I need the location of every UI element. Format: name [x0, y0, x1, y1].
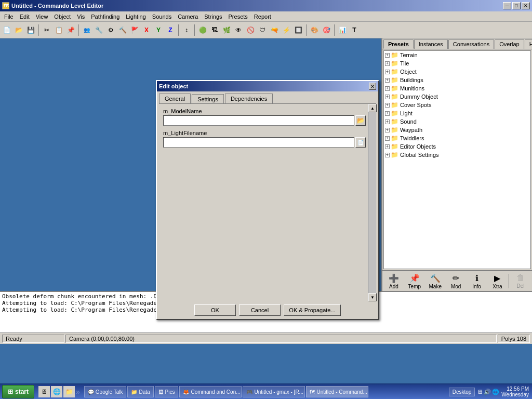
- menu-view[interactable]: View: [33, 12, 51, 21]
- taskbar-item-gmax[interactable]: 🎮 Untitled - gmax - [R...: [243, 386, 305, 397]
- tb-y[interactable]: Y: [153, 24, 164, 36]
- model-name-row: m_ModelName 📂: [163, 108, 366, 126]
- pics-label: Pics: [165, 389, 175, 395]
- menu-object[interactable]: Object: [51, 12, 74, 21]
- scroll-up-button[interactable]: ▲: [368, 104, 377, 112]
- tb-chart[interactable]: 📊: [337, 24, 348, 36]
- dialog-content: m_ModelName 📂 m_LightFilename: [159, 104, 376, 301]
- menu-edit[interactable]: Edit: [17, 12, 33, 21]
- tb-sep5: [306, 24, 307, 36]
- tb-shield[interactable]: 🛡: [257, 24, 268, 36]
- menu-sounds[interactable]: Sounds: [149, 12, 175, 21]
- folder-yellow-icon: 📂: [357, 117, 365, 124]
- tb-text[interactable]: T: [349, 24, 360, 36]
- light-filename-row: m_LightFilename 📄: [163, 130, 366, 148]
- clock-date: Wednesday: [501, 392, 529, 397]
- tb-tool2[interactable]: ⚙: [105, 24, 116, 36]
- clock-time: 12:56 PM: [501, 386, 529, 392]
- firefox-label: Command and Con...: [191, 389, 240, 395]
- dialog-tab-settings[interactable]: Settings: [192, 94, 224, 104]
- tb-tool1[interactable]: 🔧: [93, 24, 104, 36]
- light-filename-browse-button[interactable]: 📄: [355, 137, 366, 148]
- tb-lightning[interactable]: ⚡: [281, 24, 292, 36]
- tb-z[interactable]: Z: [165, 24, 176, 36]
- taskbar: ⊞ start 🖥 🌐 📁 » 💬 Google Talk 📁 Data 🖼 P…: [0, 383, 532, 399]
- tray-sound-icon: 🔊: [484, 389, 491, 395]
- dialog-tab-general[interactable]: General: [159, 94, 191, 103]
- maximize-button[interactable]: □: [512, 2, 521, 9]
- menu-strings[interactable]: Strings: [201, 12, 225, 21]
- tb-paste[interactable]: 📌: [65, 24, 76, 36]
- ql-icon-2[interactable]: 🌐: [51, 386, 62, 397]
- status-camera-text: Camera (0.00,0.00,80.00): [69, 336, 135, 342]
- light-filename-input[interactable]: [163, 137, 354, 148]
- cancel-button[interactable]: Cancel: [239, 304, 281, 316]
- dialog-footer: OK Cancel OK & Propagate...: [157, 301, 378, 319]
- tb-flag[interactable]: 🚩: [129, 24, 140, 36]
- dialog-close-button[interactable]: ✕: [369, 83, 376, 90]
- tb-sep6: [334, 24, 335, 36]
- taskbar-item-firefox[interactable]: 🦊 Command and Con...: [179, 386, 242, 397]
- dialog-overlay: Edit object ✕ General Settings Dependenc…: [0, 38, 532, 291]
- data-label: Data: [139, 389, 150, 395]
- firefox-icon: 🦊: [183, 389, 189, 395]
- googletalk-icon: 💬: [88, 389, 94, 395]
- menu-vis[interactable]: Vis: [74, 12, 88, 21]
- ql-expand[interactable]: »: [76, 388, 80, 396]
- tb-rect[interactable]: 🔲: [292, 24, 304, 36]
- clock-area: 12:56 PM Wednesday: [501, 386, 529, 397]
- ok-button[interactable]: OK: [194, 304, 236, 316]
- menu-camera[interactable]: Camera: [175, 12, 201, 21]
- ql-icon-1[interactable]: 🖥: [38, 386, 50, 397]
- tb-save[interactable]: 💾: [25, 24, 36, 36]
- light-filename-input-row: 📄: [163, 137, 366, 148]
- taskbar-items: 💬 Google Talk 📁 Data 🖼 Pics 🦊 Command an…: [84, 386, 444, 397]
- tb-build[interactable]: 🏗: [209, 24, 220, 36]
- taskbar-item-googletalk[interactable]: 💬 Google Talk: [84, 386, 127, 397]
- tb-copy[interactable]: 📋: [53, 24, 64, 36]
- minimize-button[interactable]: ─: [503, 2, 511, 9]
- tb-gun[interactable]: 🔫: [269, 24, 280, 36]
- model-name-label: m_ModelName: [163, 108, 366, 114]
- gmax-label: Untitled - gmax - [R...: [254, 389, 303, 395]
- tb-eye[interactable]: 👁: [233, 24, 244, 36]
- googletalk-label: Google Talk: [96, 389, 123, 395]
- taskbar-item-data[interactable]: 📁 Data: [127, 386, 153, 397]
- dialog-title-bar: Edit object ✕: [157, 81, 378, 91]
- tray-network-icon: 🌐: [492, 389, 499, 395]
- tb-tool3[interactable]: 🔨: [117, 24, 128, 36]
- tb-path[interactable]: 🌿: [221, 24, 232, 36]
- ql-icon-3[interactable]: 📁: [63, 386, 75, 397]
- menu-report[interactable]: Report: [251, 12, 274, 21]
- dialog-tab-dependencies[interactable]: Dependencies: [225, 94, 273, 103]
- tb-x[interactable]: X: [141, 24, 152, 36]
- toolbar: 📄 📂 💾 ✂ 📋 📌 👥 🔧 ⚙ 🔨 🚩 X Y Z ↕ 🟢 🏗 🌿 👁 🚫 …: [0, 22, 532, 38]
- light-filename-label: m_LightFilename: [163, 130, 366, 136]
- tb-new[interactable]: 📄: [1, 24, 12, 36]
- model-name-input[interactable]: [163, 115, 354, 126]
- taskbar-item-pics[interactable]: 🖼 Pics: [155, 386, 179, 397]
- tb-green[interactable]: 🟢: [197, 24, 208, 36]
- tray-ati-icon: 🖥: [477, 389, 483, 395]
- desktop-label[interactable]: Desktop: [449, 388, 475, 396]
- scroll-track[interactable]: [368, 112, 376, 293]
- tb-open[interactable]: 📂: [13, 24, 24, 36]
- tb-arrow[interactable]: ↕: [181, 24, 192, 36]
- tb-noeye[interactable]: 🚫: [245, 24, 256, 36]
- ok-propagate-button[interactable]: OK & Propagate...: [284, 304, 341, 316]
- menu-lighting[interactable]: Lighting: [123, 12, 149, 21]
- tb-palette[interactable]: 🎨: [309, 24, 320, 36]
- status-polys-text: Polys 108: [501, 336, 526, 342]
- cancel-label: Cancel: [251, 307, 269, 313]
- scroll-down-button[interactable]: ▼: [368, 293, 377, 301]
- start-button[interactable]: ⊞ start: [2, 385, 34, 398]
- menu-pathfinding[interactable]: Pathfinding: [88, 12, 123, 21]
- tb-target[interactable]: 🎯: [321, 24, 332, 36]
- tb-select[interactable]: 👥: [81, 24, 92, 36]
- menu-presets[interactable]: Presets: [225, 12, 251, 21]
- tb-cut[interactable]: ✂: [41, 24, 52, 36]
- close-button[interactable]: ✕: [522, 2, 530, 9]
- model-name-browse-button[interactable]: 📂: [355, 115, 366, 126]
- menu-file[interactable]: File: [1, 12, 17, 21]
- taskbar-item-command[interactable]: 🗺 Untitled - Command...: [306, 386, 368, 397]
